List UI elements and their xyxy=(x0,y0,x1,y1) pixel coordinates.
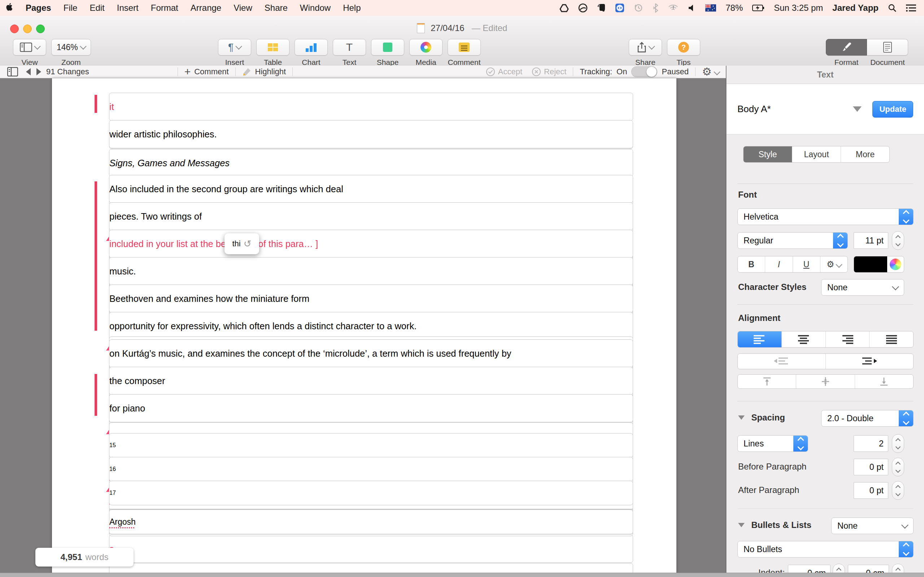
time-machine-icon[interactable] xyxy=(634,3,643,13)
after-paragraph-field[interactable]: 0 pt xyxy=(854,482,888,499)
menu-clock[interactable]: Sun 3:25 pm xyxy=(774,3,823,13)
menu-user[interactable]: Jared Yapp xyxy=(832,3,879,13)
tab-style[interactable]: Style xyxy=(743,147,792,162)
paragraph-style-name[interactable]: Body A* xyxy=(737,103,853,115)
gear-icon: ⚙ xyxy=(827,259,835,269)
increase-indent-icon xyxy=(861,357,878,366)
align-left-button[interactable] xyxy=(738,331,782,347)
valign-middle-button[interactable] xyxy=(796,375,855,388)
table-icon xyxy=(268,43,278,51)
volume-icon[interactable] xyxy=(688,4,696,12)
undo-autocorrect-icon[interactable]: ↺ xyxy=(244,239,252,250)
menu-arrange[interactable]: Arrange xyxy=(191,3,221,13)
align-justify-button[interactable] xyxy=(869,331,913,347)
zoom-button[interactable]: 146% xyxy=(51,39,91,56)
tab-more[interactable]: More xyxy=(841,147,889,162)
bullet-type-value: No Bullets xyxy=(738,545,899,554)
menu-format[interactable]: Format xyxy=(151,3,178,13)
sidebar-toggle-icon[interactable] xyxy=(7,67,18,76)
add-comment-button[interactable]: Comment xyxy=(194,67,228,76)
evernote-icon[interactable] xyxy=(597,3,606,13)
teamviewer-icon[interactable] xyxy=(615,3,624,13)
comment-button[interactable] xyxy=(447,39,481,56)
text-line: Also included in the second group are wr… xyxy=(109,175,633,202)
bullets-section[interactable]: Bullets & Lists xyxy=(738,520,811,530)
spacing-value-stepper[interactable] xyxy=(892,434,904,453)
valign-bottom-icon xyxy=(879,377,888,386)
style-dropdown-icon[interactable] xyxy=(853,106,861,112)
font-size-field[interactable]: 11 pt xyxy=(854,232,888,249)
increase-indent-button[interactable] xyxy=(826,354,914,369)
next-change-button[interactable] xyxy=(36,68,41,76)
menu-help[interactable]: Help xyxy=(343,3,360,13)
tips-button[interactable]: ? xyxy=(667,39,700,56)
menu-insert[interactable]: Insert xyxy=(117,3,139,13)
drive-icon[interactable] xyxy=(559,3,569,12)
input-language-flag-icon[interactable] xyxy=(705,4,716,11)
tracking-options-gear-icon[interactable]: ⚙ xyxy=(702,66,712,77)
underline-button[interactable]: U xyxy=(793,256,821,272)
footnotes[interactable]: 15 Pelo, thrid movement of stele16 Neutw… xyxy=(52,437,677,508)
tab-layout[interactable]: Layout xyxy=(792,147,841,162)
reject-button[interactable]: Reject xyxy=(544,67,566,76)
notification-center-icon[interactable] xyxy=(906,4,916,12)
format-button[interactable] xyxy=(826,39,867,56)
tips-icon: ? xyxy=(678,42,689,53)
menu-share[interactable]: Share xyxy=(265,3,288,13)
bullet-type-select[interactable]: No Bullets xyxy=(737,541,914,558)
menu-edit[interactable]: Edit xyxy=(89,3,104,13)
word-count-badge[interactable]: 4,951 words xyxy=(36,548,134,567)
previous-change-button[interactable] xyxy=(26,68,31,76)
menu-pages[interactable]: Pages xyxy=(26,3,51,13)
chart-button[interactable] xyxy=(294,39,328,56)
accept-button[interactable]: Accept xyxy=(498,67,522,76)
insert-button[interactable]: ¶ xyxy=(218,39,251,56)
italic-button[interactable]: I xyxy=(765,256,793,272)
menu-file[interactable]: File xyxy=(63,3,78,13)
apple-menu-icon[interactable] xyxy=(6,3,13,13)
update-style-button[interactable]: Update xyxy=(872,101,913,118)
share-button[interactable] xyxy=(629,39,662,56)
valign-bottom-button[interactable] xyxy=(855,375,913,388)
advanced-text-options-button[interactable]: ⚙ xyxy=(821,256,848,272)
spacing-preset-select[interactable]: 2.0 - Double xyxy=(821,410,914,427)
media-button[interactable] xyxy=(409,39,443,56)
spacing-section[interactable]: Spacing xyxy=(738,413,785,423)
bullets-preset-select[interactable]: None xyxy=(831,517,914,534)
before-paragraph-field[interactable]: 0 pt xyxy=(854,459,888,475)
view-button[interactable] xyxy=(13,39,46,56)
after-paragraph-stepper[interactable] xyxy=(892,481,904,500)
decrease-indent-button[interactable] xyxy=(738,354,826,369)
bold-button[interactable]: B xyxy=(738,256,765,272)
character-styles-select[interactable]: None xyxy=(821,279,904,296)
before-paragraph-stepper[interactable] xyxy=(892,458,904,476)
font-family-select[interactable]: Helvetica xyxy=(737,208,914,225)
opera-icon[interactable] xyxy=(578,3,588,13)
menu-window[interactable]: Window xyxy=(300,3,331,13)
chevron-down-icon[interactable] xyxy=(714,69,720,75)
wifi-alert-icon[interactable]: ! xyxy=(668,3,678,12)
shape-button[interactable] xyxy=(371,39,404,56)
text-button[interactable]: T xyxy=(333,39,366,56)
document-proxy-icon[interactable] xyxy=(417,23,425,33)
spotlight-icon[interactable] xyxy=(888,3,897,12)
font-size-stepper[interactable] xyxy=(892,231,904,250)
spacing-mode-select[interactable]: Lines xyxy=(737,435,808,452)
document-page[interactable]: it does not examine Signs, Games and Mes… xyxy=(52,78,677,577)
paragraph-style-row[interactable]: Body A* Update xyxy=(727,84,924,134)
tracking-toggle[interactable] xyxy=(631,66,657,77)
autocorrect-bubble[interactable]: thi ↺ xyxy=(225,233,259,254)
document-button[interactable] xyxy=(867,39,908,56)
text-color-well[interactable] xyxy=(854,256,904,272)
bluetooth-icon[interactable] xyxy=(653,3,658,13)
document-text[interactable]: it does not examine Signs, Games and Mes… xyxy=(52,78,677,422)
menu-view[interactable]: View xyxy=(234,3,252,13)
highlight-button[interactable]: Highlight xyxy=(255,67,286,76)
valign-top-button[interactable] xyxy=(738,375,796,388)
disclosure-triangle-icon xyxy=(738,416,745,420)
align-right-button[interactable] xyxy=(826,331,870,347)
table-button[interactable] xyxy=(256,39,289,56)
spacing-value-field[interactable]: 2 xyxy=(854,435,888,452)
font-face-select[interactable]: Regular xyxy=(737,232,848,249)
align-center-button[interactable] xyxy=(782,331,826,347)
